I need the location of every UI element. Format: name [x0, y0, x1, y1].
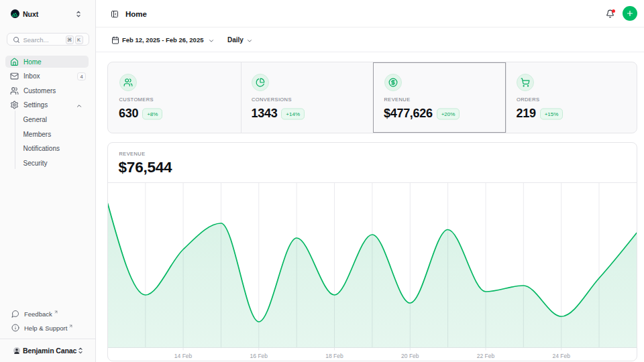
svg-text:20 Feb: 20 Feb [401, 353, 419, 359]
svg-text:18 Feb: 18 Feb [325, 353, 343, 359]
svg-text:14 Feb: 14 Feb [174, 353, 193, 359]
svg-text:22 Feb: 22 Feb [477, 353, 495, 359]
svg-text:16 Feb: 16 Feb [250, 353, 268, 359]
svg-text:24 Feb: 24 Feb [552, 353, 570, 359]
